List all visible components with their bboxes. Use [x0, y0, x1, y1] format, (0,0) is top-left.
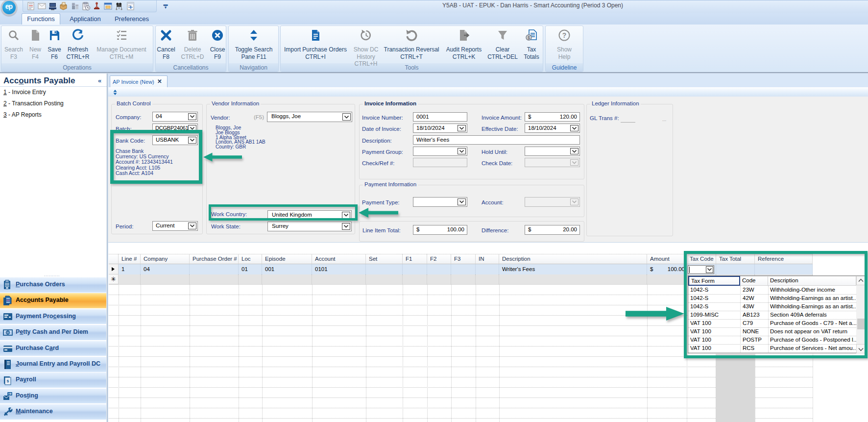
svg-text:?: ?	[562, 31, 567, 39]
svg-text:0: 0	[7, 331, 9, 334]
svg-text:$: $	[7, 379, 9, 383]
svg-text:$: $	[528, 35, 530, 40]
